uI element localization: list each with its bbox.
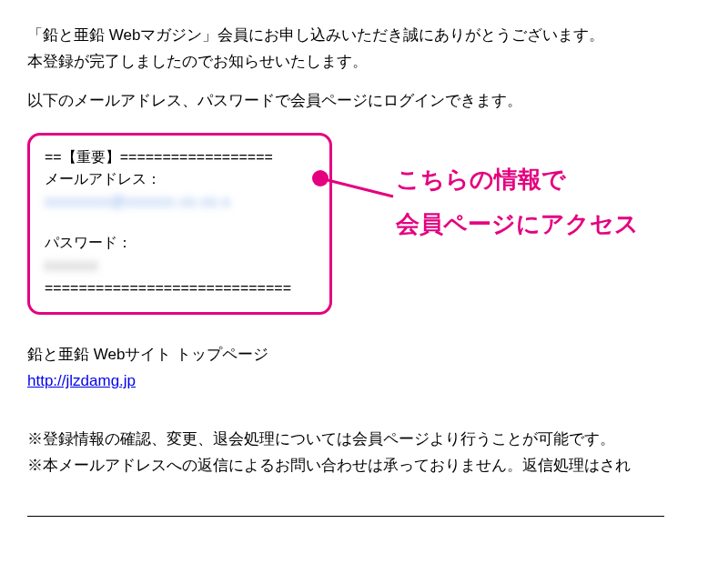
- email-blurred-text: xxxxxxxx@xxxxxx.xx.xx.x: [45, 191, 231, 214]
- divider: [27, 516, 664, 517]
- site-link-label: 鉛と亜鉛 Webサイト トップページ: [27, 342, 701, 368]
- intro-line-1: 「鉛と亜鉛 Webマガジン」会員にお申し込みいただき誠にありがとうございます。: [27, 23, 701, 49]
- separator-bottom: =============================: [45, 277, 315, 300]
- intro-line-2: 本登録が完了しましたのでお知らせいたします。: [27, 49, 701, 76]
- email-value-blurred: xxxxxxxx@xxxxxx.xx.xx.x: [45, 191, 315, 214]
- site-link[interactable]: http://jlzdamg.jp: [27, 372, 136, 389]
- email-label: メールアドレス：: [45, 168, 315, 191]
- callout-text: こちらの情報で 会員ページにアクセス: [396, 157, 639, 247]
- site-link-block: 鉛と亜鉛 Webサイト トップページ http://jlzdamg.jp: [27, 342, 701, 395]
- notes-block: ※登録情報の確認、変更、退会処理については会員ページより行うことが可能です。 ※…: [27, 427, 701, 479]
- callout-line-1: こちらの情報で: [396, 157, 639, 202]
- intro-block: 「鉛と亜鉛 Webマガジン」会員にお申し込みいただき誠にありがとうございます。 …: [27, 23, 701, 76]
- password-blurred-text: xxxxxx: [45, 255, 99, 277]
- callout: こちらの情報で 会員ページにアクセス: [396, 157, 639, 247]
- note-2: ※本メールアドレスへの返信によるお問い合わせは承っておりません。返信処理はされ: [27, 453, 701, 479]
- important-box: ==【重要】================== メールアドレス： xxxxxx…: [27, 133, 332, 316]
- login-note: 以下のメールアドレス、パスワードで会員ページにログインできます。: [27, 88, 701, 115]
- note-1: ※登録情報の確認、変更、退会処理については会員ページより行うことが可能です。: [27, 427, 701, 453]
- password-label: パスワード：: [45, 232, 315, 255]
- spacer: [45, 214, 315, 232]
- password-value-blurred: xxxxxx: [45, 255, 315, 277]
- separator-top: ==【重要】==================: [45, 146, 315, 169]
- callout-line-2: 会員ページにアクセス: [396, 202, 639, 247]
